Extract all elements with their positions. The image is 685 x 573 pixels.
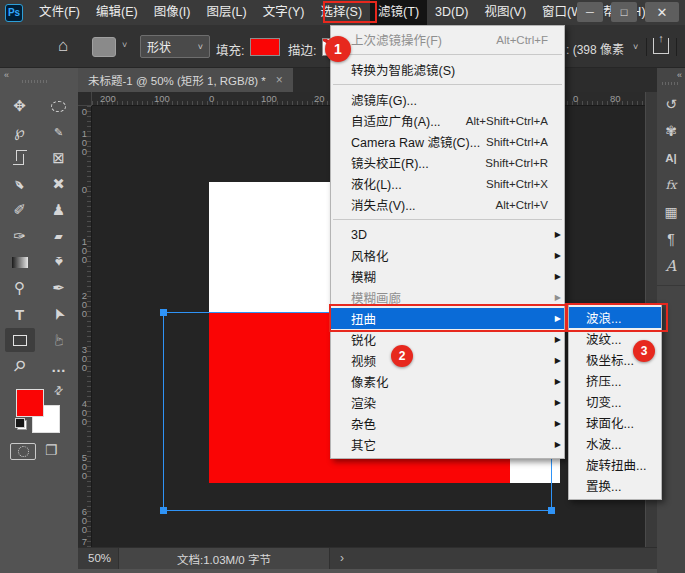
foreground-color-swatch[interactable] bbox=[16, 389, 44, 417]
history-panel-icon[interactable]: ↺ bbox=[657, 90, 685, 117]
panel-icon-column: ↺✾A|fx▦¶A bbox=[657, 90, 685, 286]
menu-item-render[interactable]: 渲染 ▶ bbox=[331, 392, 564, 413]
selection-handle-bottom-right[interactable] bbox=[548, 507, 555, 514]
path-selection-tool[interactable]: ➤ bbox=[44, 302, 74, 326]
document-tab[interactable]: 未标题-1 @ 50% (矩形 1, RGB/8) * × bbox=[78, 68, 293, 92]
collapse-panel-icon[interactable]: « bbox=[677, 70, 681, 80]
chevron-down-icon: ˅ bbox=[198, 42, 203, 52]
submenu-item-twirl[interactable]: 旋转扭曲... bbox=[569, 454, 661, 475]
chevron-down-icon[interactable]: ˅ bbox=[122, 40, 127, 50]
menu-item-vanishing-point[interactable]: 消失点(V)... Alt+Ctrl+V bbox=[331, 194, 564, 215]
crop-tool[interactable] bbox=[5, 146, 35, 170]
color-panel-icon[interactable]: ✾ bbox=[657, 117, 685, 144]
hand-tool[interactable]: ☞ bbox=[44, 328, 74, 352]
menu-item-smart-filter[interactable]: 转换为智能滤镜(S) bbox=[331, 59, 564, 80]
submenu-arrow-icon: ▶ bbox=[552, 251, 564, 260]
character-styles-panel-icon[interactable]: A bbox=[657, 252, 685, 279]
menubar-file[interactable]: 文件(F) bbox=[31, 0, 88, 25]
menu-item-liquify[interactable]: 液化(L)... Shift+Ctrl+X bbox=[331, 173, 564, 194]
submenu-item-zigzag[interactable]: 水波... bbox=[569, 433, 661, 454]
quick-selection-tool[interactable]: ✎ bbox=[44, 120, 74, 144]
menubar-image[interactable]: 图像(I) bbox=[146, 0, 199, 25]
collapse-panel-icon[interactable]: « bbox=[4, 70, 8, 80]
swatches-panel-icon[interactable]: ▦ bbox=[657, 198, 685, 225]
submenu-arrow-icon: ▶ bbox=[552, 335, 564, 344]
menubar-filter[interactable]: 滤镜(T) bbox=[370, 0, 427, 25]
menu-item-adaptive-wide-angle[interactable]: 自适应广角(A)... Alt+Shift+Ctrl+A bbox=[331, 110, 564, 131]
gradient-tool[interactable] bbox=[5, 250, 35, 274]
move-tool[interactable]: ✥ bbox=[5, 94, 35, 118]
type-tool[interactable]: T bbox=[5, 302, 35, 326]
submenu-item-pinch[interactable]: 挤压... bbox=[569, 370, 661, 391]
menu-item-camera-raw[interactable]: Camera Raw 滤镜(C)... Shift+Ctrl+A bbox=[331, 131, 564, 152]
eyedropper-tool[interactable]: ✒ bbox=[5, 172, 35, 196]
menu-item-noise[interactable]: 杂色 ▶ bbox=[331, 413, 564, 434]
lasso-tool[interactable]: ℘ bbox=[5, 120, 35, 144]
dodge-tool[interactable]: ⚲ bbox=[5, 276, 35, 300]
pen-tool[interactable]: ✒ bbox=[44, 276, 74, 300]
menu-item-blur[interactable]: 模糊 ▶ bbox=[331, 266, 564, 287]
history-brush-tool[interactable]: ✑ bbox=[5, 224, 35, 248]
brush-tool[interactable]: ✐ bbox=[5, 198, 35, 222]
rectangle-tool[interactable] bbox=[5, 328, 35, 352]
screen-mode-button[interactable]: ❐ bbox=[45, 442, 58, 458]
menubar-view[interactable]: 视图(V) bbox=[476, 0, 534, 25]
menu-item-3d[interactable]: 3D ▶ bbox=[331, 224, 564, 245]
submenu-item-spherize[interactable]: 球面化... bbox=[569, 412, 661, 433]
panel-grip[interactable] bbox=[662, 82, 680, 85]
document-info-field[interactable]: 文档:1.03M/0 字节 bbox=[118, 548, 330, 570]
blur-tool[interactable]: ♠ bbox=[44, 250, 74, 274]
default-colors-icon[interactable] bbox=[15, 418, 27, 430]
menu-item-filter-gallery[interactable]: 滤镜库(G)... bbox=[331, 89, 564, 110]
marquee-tool[interactable] bbox=[44, 94, 74, 118]
annotation-step-badge: 1 bbox=[325, 36, 351, 62]
submenu-item-shear[interactable]: 切变... bbox=[569, 391, 661, 412]
panel-grip[interactable] bbox=[22, 80, 48, 83]
close-button[interactable]: ✕ bbox=[645, 2, 679, 22]
tool-mode-select[interactable]: 形状 ˅ bbox=[140, 35, 210, 58]
zoom-tool[interactable]: ⚲ bbox=[5, 354, 35, 378]
menubar-edit[interactable]: 编辑(E) bbox=[88, 0, 146, 25]
annotation-step-badge: 2 bbox=[391, 345, 413, 367]
healing-brush-tool[interactable]: ✚ bbox=[44, 172, 74, 196]
chevron-down-icon[interactable]: ˅ bbox=[633, 42, 638, 52]
menu-item-video[interactable]: 视频 ▶ bbox=[331, 350, 564, 371]
frame-tool[interactable]: ⊠ bbox=[44, 146, 74, 170]
menu-item-pixelate[interactable]: 像素化 ▶ bbox=[331, 371, 564, 392]
character-panel-icon[interactable]: A| bbox=[657, 144, 685, 171]
selection-handle-top-left[interactable] bbox=[160, 309, 167, 316]
home-icon[interactable]: ⌂ bbox=[58, 36, 68, 56]
clone-stamp-tool[interactable]: ♟ bbox=[44, 198, 74, 222]
menu-separator bbox=[333, 84, 562, 85]
menubar-type[interactable]: 文字(Y) bbox=[255, 0, 313, 25]
menu-item-sharpen[interactable]: 锐化 ▶ bbox=[331, 329, 564, 350]
submenu-item-displace[interactable]: 置换... bbox=[569, 475, 661, 496]
menu-separator bbox=[333, 54, 562, 55]
fill-color-swatch[interactable] bbox=[250, 38, 280, 56]
edit-toolbar-ellipsis[interactable]: … bbox=[44, 354, 74, 378]
color-swatches: ⇄ bbox=[10, 382, 70, 437]
ruler-corner bbox=[78, 92, 92, 106]
chevron-right-icon[interactable]: › bbox=[340, 551, 344, 565]
selection-handle-bottom-left[interactable] bbox=[160, 507, 167, 514]
menu-item-lens-correction[interactable]: 镜头校正(R)... Shift+Ctrl+R bbox=[331, 152, 564, 173]
tool-preset-icon[interactable] bbox=[92, 37, 116, 57]
status-bar: 50% 文档:1.03M/0 字节 › bbox=[78, 547, 657, 569]
menu-item-last-filter[interactable]: 上次滤镜操作(F) Alt+Ctrl+F bbox=[331, 29, 564, 50]
share-export-icon[interactable] bbox=[653, 38, 669, 54]
layer-styles-panel-icon[interactable]: fx bbox=[657, 171, 685, 198]
maximize-button[interactable]: □ bbox=[611, 2, 637, 22]
minimize-button[interactable]: ─ bbox=[577, 2, 603, 22]
swap-colors-icon[interactable]: ⇄ bbox=[51, 383, 67, 399]
menu-item-stylize[interactable]: 风格化 ▶ bbox=[331, 245, 564, 266]
zoom-level-field[interactable]: 50% bbox=[88, 552, 111, 564]
ruler-label: 600 bbox=[79, 506, 90, 533]
tab-close-icon[interactable]: × bbox=[276, 73, 283, 87]
paragraph-panel-icon[interactable]: ¶ bbox=[657, 225, 685, 252]
eraser-tool[interactable]: ▰ bbox=[44, 224, 74, 248]
menu-item-other[interactable]: 其它 ▶ bbox=[331, 434, 564, 455]
ruler-label: 100 bbox=[79, 128, 90, 155]
menubar-layer[interactable]: 图层(L) bbox=[198, 0, 254, 25]
quick-mask-button[interactable] bbox=[10, 443, 36, 460]
menubar-3d[interactable]: 3D(D) bbox=[427, 0, 476, 25]
